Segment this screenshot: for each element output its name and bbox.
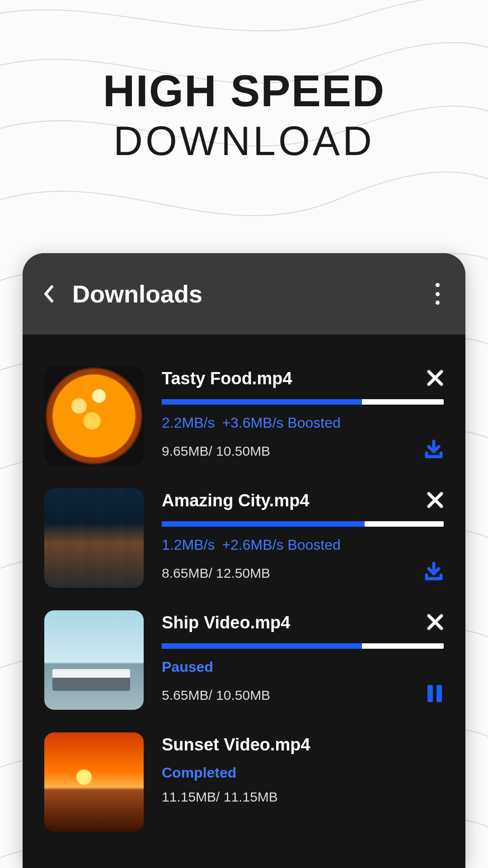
more-vert-icon xyxy=(436,283,440,287)
file-title: Tasty Food.mp4 xyxy=(162,369,292,388)
size-text: 11.15MB/ 11.15MB xyxy=(162,789,278,805)
thumbnail[interactable] xyxy=(44,610,144,710)
thumbnail[interactable] xyxy=(44,732,144,832)
size-line: 11.15MB/ 11.15MB xyxy=(162,789,444,805)
size-line: 9.65MB/ 10.50MB xyxy=(162,439,444,462)
download-row: Amazing City.mp41.2MB/s+2.6MB/s Boosted8… xyxy=(44,488,444,588)
close-icon xyxy=(427,613,444,631)
svg-rect-1 xyxy=(436,685,442,702)
download-info: Ship Video.mp4Paused5.65MB/ 10.50MB xyxy=(162,610,444,710)
cancel-button[interactable] xyxy=(427,369,444,388)
resume-button[interactable] xyxy=(426,684,444,707)
speed-value: 1.2MB/s xyxy=(162,537,215,553)
speed-line: 1.2MB/s+2.6MB/s Boosted xyxy=(162,537,444,553)
download-row: Ship Video.mp4Paused5.65MB/ 10.50MB xyxy=(44,610,444,710)
hero: HIGH SPEED DOWNLOAD xyxy=(0,0,488,164)
speed-line: 2.2MB/s+3.6MB/s Boosted xyxy=(162,415,444,431)
download-button[interactable] xyxy=(424,561,444,585)
boosted-value: +2.6MB/s Boosted xyxy=(222,537,340,553)
size-text: 5.65MB/ 10.50MB xyxy=(162,688,270,703)
download-icon xyxy=(424,439,444,459)
download-list: Tasty Food.mp42.2MB/s+3.6MB/s Boosted9.6… xyxy=(23,335,465,832)
appbar: Downloads xyxy=(23,253,465,335)
progress-bar xyxy=(162,643,444,649)
status-text: Completed xyxy=(162,764,444,781)
cancel-button[interactable] xyxy=(427,491,444,510)
speed-value: 2.2MB/s xyxy=(162,415,215,431)
progress-fill xyxy=(162,399,362,405)
app-frame: Downloads Tasty Food.mp42.2MB/s+3.6MB/s … xyxy=(23,253,465,868)
thumbnail[interactable] xyxy=(44,366,144,466)
chevron-left-icon xyxy=(43,285,53,302)
file-title: Ship Video.mp4 xyxy=(162,613,290,632)
close-icon xyxy=(427,491,444,509)
download-button[interactable] xyxy=(424,439,444,462)
hero-line-2: DOWNLOAD xyxy=(0,119,488,164)
size-line: 8.65MB/ 12.50MB xyxy=(162,561,444,585)
progress-fill xyxy=(162,643,362,649)
progress-bar xyxy=(162,521,444,527)
file-title: Sunset Video.mp4 xyxy=(162,735,310,755)
size-line: 5.65MB/ 10.50MB xyxy=(162,684,444,707)
file-title: Amazing City.mp4 xyxy=(162,491,310,510)
progress-bar xyxy=(162,399,444,405)
more-menu-button[interactable] xyxy=(430,282,445,306)
boosted-value: +3.6MB/s Boosted xyxy=(222,415,340,431)
download-info: Amazing City.mp41.2MB/s+2.6MB/s Boosted8… xyxy=(162,488,444,588)
close-icon xyxy=(427,369,444,387)
appbar-title: Downloads xyxy=(72,280,414,308)
hero-line-1: HIGH SPEED xyxy=(0,68,488,114)
download-info: Tasty Food.mp42.2MB/s+3.6MB/s Boosted9.6… xyxy=(162,366,444,466)
svg-rect-0 xyxy=(427,685,433,702)
cancel-button[interactable] xyxy=(427,613,444,632)
back-button[interactable] xyxy=(43,283,56,305)
thumbnail[interactable] xyxy=(44,488,144,588)
download-icon xyxy=(424,561,444,581)
download-row: Tasty Food.mp42.2MB/s+3.6MB/s Boosted9.6… xyxy=(44,366,444,466)
progress-fill xyxy=(162,521,365,527)
pause-icon xyxy=(426,684,444,703)
download-info: Sunset Video.mp4Completed11.15MB/ 11.15M… xyxy=(162,732,444,832)
status-text: Paused xyxy=(162,659,444,675)
size-text: 9.65MB/ 10.50MB xyxy=(162,443,270,459)
size-text: 8.65MB/ 12.50MB xyxy=(162,566,270,581)
download-row: Sunset Video.mp4Completed11.15MB/ 11.15M… xyxy=(44,732,444,832)
